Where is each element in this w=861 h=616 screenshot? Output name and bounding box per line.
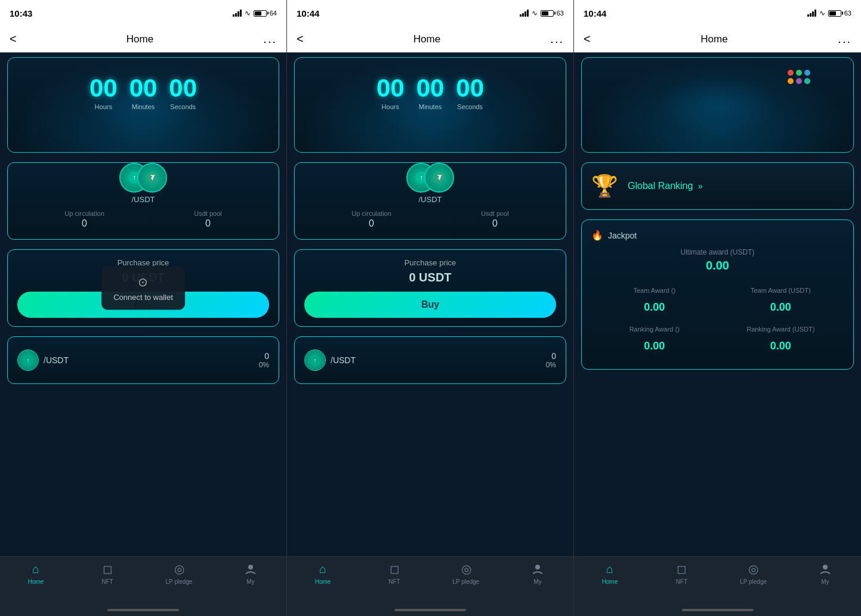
jackpot-card-3: 🔥 Jackpot Ultimate award (USDT) 0.00 Tea…	[581, 219, 854, 370]
tab-lp-3[interactable]: ◎ LP pledge	[718, 562, 789, 585]
countdown-card-1: 00 Hours 00 Minutes 00 Seconds	[7, 57, 279, 153]
jackpot-icon-3: 🔥	[591, 230, 603, 241]
phone-panel-2: 10:44 ∿ 63 < Home ... 00	[287, 0, 574, 616]
lp-percent-1: 0%	[259, 361, 269, 369]
up-circulation-value-2: 0	[369, 218, 374, 229]
team-award-col-2-3: Team Award (USDT) 0.00	[718, 282, 844, 314]
status-icons-1: ∿ 64	[233, 9, 277, 17]
global-ranking-card-3[interactable]: 🏆 Global Ranking »	[581, 162, 854, 210]
svg-text:₮: ₮	[437, 174, 442, 181]
signal-icon-3	[807, 10, 816, 17]
jackpot-label-3: Jackpot	[608, 231, 637, 240]
team-award-label-1-3: Team Award ()	[591, 282, 718, 299]
more-button-1[interactable]: ...	[263, 32, 277, 46]
dot-purple	[796, 78, 802, 84]
minutes-value-2: 00	[416, 76, 445, 101]
up-circulation-stat-2: Up circulation 0	[351, 210, 391, 229]
tab-home-3[interactable]: ⌂ Home	[574, 562, 646, 585]
home-icon-3: ⌂	[603, 562, 617, 576]
lp-icon-3: ◎	[746, 562, 761, 576]
tab-lp-2[interactable]: ◎ LP pledge	[430, 562, 502, 585]
countdown-minutes-2: 00 Minutes	[416, 76, 445, 110]
token-card-1: ↑ ₮ /USDT Up circulation 0 Usdt pool 0	[7, 162, 279, 240]
tab-home-label-2: Home	[315, 578, 331, 585]
tab-my-1[interactable]: My	[215, 562, 286, 585]
wifi-icon-1: ∿	[245, 9, 251, 17]
battery-level-1: 64	[270, 10, 277, 17]
token-icon-t-1: ₮	[137, 163, 167, 193]
ultimate-award-label-3: Ultimate award (USDT)	[591, 248, 844, 256]
tab-nft-2[interactable]: ◻ NFT	[359, 562, 430, 585]
lp-right-1: 0 0%	[259, 351, 269, 369]
status-icons-2: ∿ 63	[520, 9, 564, 17]
nav-bar-3: < Home ...	[574, 26, 861, 52]
tab-nft-3[interactable]: ◻ NFT	[646, 562, 717, 585]
team-award-label-2-3: Team Award (USDT)	[718, 282, 844, 299]
tab-lp-1[interactable]: ◎ LP pledge	[143, 562, 215, 585]
up-circulation-value-1: 0	[82, 218, 87, 229]
jackpot-title-3: 🔥 Jackpot	[591, 230, 844, 241]
tab-my-3[interactable]: My	[789, 562, 861, 585]
dot-green	[796, 70, 802, 76]
my-icon-3	[818, 562, 832, 576]
token-stats-2: Up circulation 0 Usdt pool 0	[295, 204, 566, 229]
global-ranking-text-3: Global Ranking »	[628, 181, 703, 191]
purchase-price-2: 0 USDT	[304, 271, 556, 284]
spinner-icon-1: ⊙	[113, 275, 173, 289]
svg-text:↑: ↑	[419, 174, 423, 182]
up-circulation-label-2: Up circulation	[351, 210, 391, 217]
my-icon-1	[243, 562, 258, 576]
tab-bar-1: ⌂ Home ◻ NFT ◎ LP pledge My	[0, 556, 286, 604]
tab-nft-label-1: NFT	[101, 578, 113, 585]
tab-home-2[interactable]: ⌂ Home	[287, 562, 359, 585]
tab-home-1[interactable]: ⌂ Home	[0, 562, 72, 585]
signal-icon-1	[233, 10, 242, 17]
buy-button-2[interactable]: Buy	[304, 292, 556, 318]
token-icon-t-2: ₮	[424, 163, 454, 193]
app-content-1: 00 Hours 00 Minutes 00 Seconds ↑	[0, 52, 286, 616]
tab-nft-1[interactable]: ◻ NFT	[72, 562, 143, 585]
phone-panel-3: 10:44 ∿ 63 < Home ...	[574, 0, 861, 616]
countdown-card-2: 00 Hours 00 Minutes 00 Seconds	[294, 57, 566, 153]
team-award-value-1-3: 0.00	[591, 301, 718, 314]
lp-percent-2: 0%	[546, 361, 556, 369]
usdt-pool-value-1: 0	[205, 218, 211, 229]
tab-my-2[interactable]: My	[502, 562, 573, 585]
token-name-1: /USDT	[8, 195, 279, 204]
token-stats-1: Up circulation 0 Usdt pool 0	[8, 204, 279, 229]
trophy-icon-3: 🏆	[591, 174, 618, 199]
dot-blue	[804, 70, 810, 76]
wifi-icon-2: ∿	[532, 9, 538, 17]
lp-card-1: ↑ /USDT 0 0%	[7, 336, 279, 384]
app-content-3: 🏆 Global Ranking » 🔥 Jackpot Ultimate aw…	[574, 52, 861, 616]
home-bar-3	[682, 609, 754, 611]
home-indicator-1	[0, 604, 286, 616]
back-button-3[interactable]: <	[584, 32, 591, 46]
status-bar-2: 10:44 ∿ 63	[287, 0, 573, 26]
usdt-pool-value-2: 0	[492, 218, 498, 229]
tab-bar-2: ⌂ Home ◻ NFT ◎ LP pledge My	[287, 556, 573, 604]
minutes-value-1: 00	[129, 76, 158, 101]
status-bar-1: 10:43 ∿ 64	[0, 0, 286, 26]
tab-home-label-1: Home	[28, 578, 44, 585]
minutes-label-1: Minutes	[132, 103, 155, 110]
lp-token-icon-1: ↑	[17, 349, 39, 371]
team-award-row-3: Team Award () 0.00 Team Award (USDT) 0.0…	[591, 282, 844, 314]
wifi-icon-3: ∿	[819, 9, 825, 17]
battery-icon-2	[541, 10, 554, 17]
phone-panel-1: 10:43 ∿ 64 < Home ... 00	[0, 0, 287, 616]
back-button-2[interactable]: <	[297, 32, 304, 46]
svg-text:₮: ₮	[150, 174, 155, 181]
my-icon-2	[530, 562, 545, 576]
purchase-card-1: Purchase price 0 USDT Buy ⊙ Connect to w…	[7, 249, 279, 327]
ranking-award-label-2-3: Ranking Award (USDT)	[718, 321, 844, 338]
nav-title-3: Home	[700, 33, 727, 45]
home-bar-2	[394, 609, 466, 611]
nav-bar-2: < Home ...	[287, 26, 573, 52]
back-button-1[interactable]: <	[10, 32, 17, 46]
tab-my-label-3: My	[821, 578, 829, 585]
lp-icon-2: ◎	[459, 562, 473, 576]
svg-text:↑: ↑	[132, 174, 136, 182]
more-button-2[interactable]: ...	[550, 32, 564, 46]
more-button-3[interactable]: ...	[838, 32, 851, 46]
